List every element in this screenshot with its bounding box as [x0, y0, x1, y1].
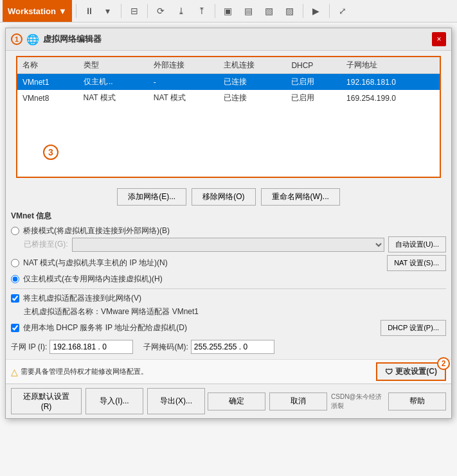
bottom-left-buttons: 还原默认设置(R) 导入(I)... 导出(X)... — [11, 388, 205, 414]
subnet-ip-input[interactable] — [49, 340, 133, 354]
radio-bridge[interactable] — [11, 227, 19, 235]
bridged-select[interactable] — [72, 238, 384, 252]
info-section-title: VMnet 信息 — [11, 211, 446, 222]
radio-bridge-label: 桥接模式(将虚拟机直接连接到外部网络)(B) — [23, 225, 170, 236]
col-external: 外部连接 — [148, 57, 219, 74]
view-button-3[interactable]: ▧ — [260, 3, 278, 19]
chevron-button[interactable]: ▾ — [99, 3, 117, 19]
annotation-3: 3 — [43, 145, 58, 160]
vm-button-1[interactable]: ⊟ — [125, 3, 143, 19]
checkbox-adapter[interactable] — [11, 294, 19, 303]
cell-name: VMnet8 — [17, 90, 78, 106]
col-dhcp: DHCP — [286, 57, 341, 74]
warning-text: △ 需要具备管理员特权才能修改网络配置。 — [11, 367, 148, 377]
subnet-ip-label: 子网 IP (I): — [11, 342, 47, 353]
dhcp-settings-button[interactable]: DHCP 设置(P)... — [381, 320, 446, 336]
fullscreen-button[interactable]: ⤢ — [334, 3, 352, 19]
cell-type: NAT 模式 — [78, 90, 148, 106]
radio-nat[interactable] — [11, 259, 19, 267]
ok-button[interactable]: 确定 — [208, 392, 265, 410]
dialog-title: 虚拟网络编辑器 — [43, 33, 428, 45]
cancel-button[interactable]: 取消 — [269, 392, 327, 410]
network-table-outer: 名称 类型 外部连接 主机连接 DHCP 子网地址 VMnet1 仅主机... — [11, 56, 446, 178]
network-icon: 🌐 — [26, 33, 39, 46]
brand-button[interactable]: Workstation ▼ — [3, 0, 72, 22]
view-button-1[interactable]: ▣ — [219, 3, 237, 19]
vm-button-4[interactable]: ⤒ — [193, 3, 211, 19]
cell-external: - — [148, 74, 219, 91]
cell-dhcp: 已启用 — [286, 90, 341, 106]
dialog-close-button[interactable]: × — [432, 32, 446, 46]
adapter-name-label: 主机虚拟适配器名称：VMware 网络适配器 VMnet1 — [24, 307, 199, 316]
radio-hostonly-row: 仅主机模式(在专用网络内连接虚拟机)(H) — [11, 274, 446, 285]
shield-icon: 🛡 — [385, 367, 393, 376]
toolbar-separator-2 — [121, 4, 121, 18]
col-subnet: 子网地址 — [341, 57, 440, 74]
cell-host: 已连接 — [219, 74, 286, 91]
subnet-mask-pair: 子网掩码(M): — [143, 340, 274, 354]
divider-1 — [11, 288, 446, 289]
warning-icon: △ — [11, 367, 18, 377]
bottom-button-row: 还原默认设置(R) 导入(I)... 导出(X)... 确定 取消 CSDN@朱… — [6, 383, 451, 418]
import-button[interactable]: 导入(I)... — [85, 388, 143, 414]
main-area: 1 🌐 虚拟网络编辑器 × 名称 类型 外部连接 主机连接 DHCP 子网地址 — [0, 22, 457, 476]
export-button[interactable]: 导出(X)... — [147, 388, 205, 414]
subnet-row: 子网 IP (I): 子网掩码(M): — [11, 340, 446, 354]
cell-name: VMnet1 — [17, 74, 78, 91]
subnet-mask-input[interactable] — [191, 340, 274, 354]
pause-button[interactable]: ⏸ — [80, 3, 98, 19]
adapter-name-row: 主机虚拟适配器名称：VMware 网络适配器 VMnet1 — [24, 306, 446, 317]
toolbar-separator-3 — [147, 4, 148, 18]
toolbar-separator-6 — [329, 4, 330, 18]
table-empty-area: 3 — [17, 106, 440, 177]
restore-defaults-button[interactable]: 还原默认设置(R) — [11, 388, 82, 414]
view-button-4[interactable]: ▨ — [281, 3, 299, 19]
radio-nat-label: NAT 模式(与虚拟机共享主机的 IP 地址)(N) — [23, 258, 168, 269]
auto-settings-button[interactable]: 自动设置(U)... — [388, 236, 446, 252]
table-row[interactable]: VMnet1 仅主机... - 已连接 已启用 192.168.181.0 — [17, 74, 440, 91]
radio-bridge-row: 桥接模式(将虚拟机直接连接到外部网络)(B) — [11, 225, 446, 236]
cell-subnet: 192.168.181.0 — [341, 74, 440, 91]
warning-message: 需要具备管理员特权才能修改网络配置。 — [21, 367, 148, 376]
toolbar-separator — [76, 4, 76, 18]
table-action-buttons: 添加网络(E)... 移除网络(O) 重命名网络(W)... — [6, 183, 451, 211]
radio-hostonly-label: 仅主机模式(在专用网络内连接虚拟机)(H) — [23, 274, 163, 285]
brand-label: Workstation — [8, 6, 56, 16]
bottom-right-buttons: 确定 取消 CSDN@朱今经济浙裂 帮助 — [208, 392, 446, 410]
warning-row: △ 需要具备管理员特权才能修改网络配置。 2 🛡 更改设置(C) — [6, 359, 451, 383]
vm-button-3[interactable]: ⤓ — [172, 3, 190, 19]
toolbar: Workstation ▼ ⏸ ▾ ⊟ ⟳ ⤓ ⤒ ▣ ▤ ▧ ▨ ▶ ⤢ — [0, 0, 457, 22]
annotation-2: 2 — [437, 357, 450, 370]
checkbox-dhcp-row: 使用本地 DHCP 服务将 IP 地址分配给虚拟机(D) DHCP 设置(P).… — [11, 320, 446, 336]
cell-host: 已连接 — [219, 90, 286, 106]
dialog: 1 🌐 虚拟网络编辑器 × 名称 类型 外部连接 主机连接 DHCP 子网地址 — [5, 28, 452, 419]
checkbox-adapter-label: 将主机虚拟适配器连接到此网络(V) — [23, 293, 141, 304]
subnet-mask-label: 子网掩码(M): — [143, 342, 188, 353]
cell-external: NAT 模式 — [148, 90, 219, 106]
rename-network-button[interactable]: 重命名网络(W)... — [261, 188, 340, 206]
toolbar-group-1: ⏸ ▾ — [80, 3, 117, 19]
radio-hostonly[interactable] — [11, 275, 19, 283]
col-host: 主机连接 — [219, 57, 286, 74]
add-network-button[interactable]: 添加网络(E)... — [117, 188, 186, 206]
view-button-2[interactable]: ▤ — [240, 3, 258, 19]
annotation-1: 1 — [11, 33, 22, 45]
vm-button-2[interactable]: ⟳ — [152, 3, 170, 19]
change-settings-button[interactable]: 🛡 更改设置(C) — [376, 362, 446, 381]
help-button[interactable]: 帮助 — [388, 392, 446, 410]
col-type: 类型 — [78, 57, 148, 74]
bridged-label: 已桥接至(G): — [24, 239, 68, 250]
remove-network-button[interactable]: 移除网络(O) — [192, 188, 255, 206]
change-settings-container: 2 🛡 更改设置(C) — [376, 362, 446, 381]
watermark-note: CSDN@朱今经济浙裂 — [331, 392, 384, 410]
table-row[interactable]: VMnet8 NAT 模式 NAT 模式 已连接 已启用 169.254.199… — [17, 90, 440, 106]
dialog-titlebar: 1 🌐 虚拟网络编辑器 × — [6, 28, 451, 51]
console-button[interactable]: ▶ — [307, 3, 325, 19]
network-table: 名称 类型 外部连接 主机连接 DHCP 子网地址 VMnet1 仅主机... — [17, 57, 440, 106]
brand-chevron: ▼ — [58, 6, 67, 16]
col-name: 名称 — [17, 57, 78, 74]
checkbox-dhcp[interactable] — [11, 324, 19, 332]
nat-settings-button[interactable]: NAT 设置(S)... — [387, 255, 446, 271]
checkbox-adapter-row: 将主机虚拟适配器连接到此网络(V) — [11, 293, 446, 304]
radio-nat-row: NAT 模式(与虚拟机共享主机的 IP 地址)(N) NAT 设置(S)... — [11, 255, 446, 271]
